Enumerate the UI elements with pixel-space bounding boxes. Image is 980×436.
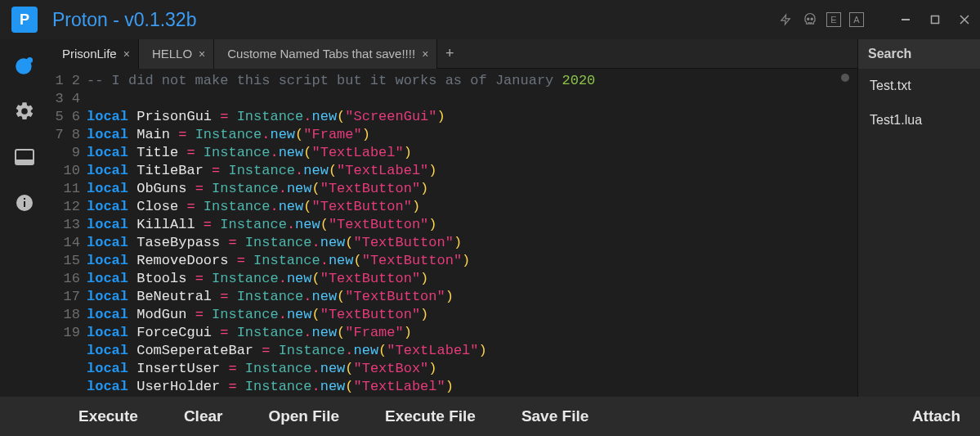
tab-0[interactable]: PrisonLife× [49,39,139,69]
footer-toolbar: Execute Clear Open File Execute File Sav… [0,397,980,436]
close-icon[interactable]: × [422,47,428,61]
search-heading: Search [858,39,980,69]
svg-marker-0 [781,15,790,25]
save-file-button[interactable]: Save File [499,397,611,436]
main-area: PrisonLife×HELLO×Custome Named Tabs that… [49,39,857,397]
home-icon[interactable] [13,54,36,77]
tab-label: HELLO [152,47,192,61]
line-gutter: 1 2 3 4 5 6 7 8 9 10 11 12 13 14 15 16 1… [49,69,87,397]
tab-2[interactable]: Custome Named Tabs that save!!!!× [214,39,437,69]
info-icon[interactable] [13,191,36,214]
search-result-0[interactable]: Test.txt [858,69,980,103]
panel-icon[interactable] [13,146,36,169]
clear-button[interactable]: Clear [161,397,246,436]
maximize-button[interactable] [926,11,944,28]
svg-point-8 [27,57,33,63]
minimap-indicator [841,74,849,82]
execute-file-button[interactable]: Execute File [362,397,499,436]
sidebar [0,39,49,397]
close-button[interactable] [955,11,973,28]
minimize-button[interactable] [897,11,915,28]
search-result-1[interactable]: Test1.lua [858,103,980,137]
svg-rect-10 [16,160,34,164]
search-panel: Search Test.txtTest1.lua [857,39,980,397]
skull-icon[interactable] [802,11,818,28]
execute-button[interactable]: Execute [56,397,161,436]
app-logo: P [11,7,38,33]
new-tab-button[interactable]: + [437,39,462,69]
code-editor[interactable]: 1 2 3 4 5 6 7 8 9 10 11 12 13 14 15 16 1… [49,69,857,397]
svg-rect-12 [24,201,25,207]
svg-point-2 [811,18,812,20]
settings-icon[interactable] [13,100,36,123]
open-file-button[interactable]: Open File [245,397,362,436]
tab-label: Custome Named Tabs that save!!!! [227,47,415,61]
svg-point-1 [808,18,809,20]
app-title: Proton - v0.1.32b [52,9,196,31]
close-icon[interactable]: × [123,47,130,61]
bolt-icon[interactable] [777,11,794,28]
titlebar: P Proton - v0.1.32b E A [0,0,980,39]
svg-rect-4 [932,16,939,24]
tab-1[interactable]: HELLO× [139,39,214,69]
svg-rect-13 [24,198,25,200]
close-icon[interactable]: × [199,47,205,61]
tab-bar: PrisonLife×HELLO×Custome Named Tabs that… [49,39,857,69]
tab-label: PrisonLife [62,47,117,61]
code-content[interactable]: -- I did not make this script but it wor… [87,69,857,397]
e-box-icon[interactable]: E [826,12,841,27]
a-box-icon[interactable]: A [849,12,864,27]
attach-button[interactable]: Attach [889,397,980,436]
